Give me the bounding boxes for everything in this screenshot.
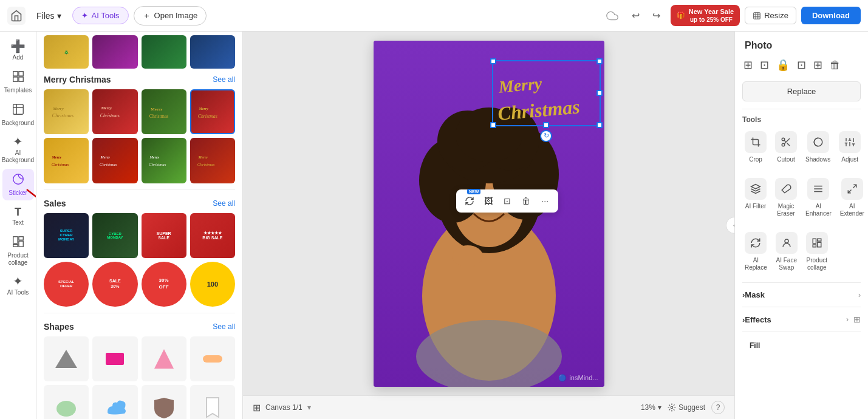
svg-marker-31 [154, 349, 174, 369]
xmas-svg-6: MerryChristmas [99, 149, 131, 172]
delete-tool-icon[interactable]: 🗑 [830, 59, 841, 72]
xmas-sticker-3[interactable]: MerryChristmas [142, 89, 186, 134]
shape-7[interactable] [142, 385, 186, 419]
xmas-sticker-2[interactable]: MerryChristmas [92, 89, 137, 134]
xmas-sticker-1[interactable]: MerryChristmas [44, 89, 89, 134]
shape-5[interactable] [44, 385, 89, 419]
sticker-delete-button[interactable]: 🗑 [518, 192, 535, 210]
shape-4[interactable] [190, 336, 235, 381]
canvas-container[interactable]: ↻ Merry Christmas NEW 🖼 [243, 32, 734, 395]
sticker-preview-1[interactable]: 🎄 [44, 35, 89, 69]
sale-sticker-8[interactable]: 100 [190, 262, 235, 307]
shapes-see-all[interactable]: See all [213, 322, 235, 331]
sale-banner[interactable]: 🎁 New Year Sale up to 25% OFF [671, 5, 740, 26]
ai-enhancer-tool[interactable]: AI Enhancer [803, 174, 834, 221]
lock-tool-icon[interactable]: 🔒 [776, 58, 790, 72]
sticker-image-button[interactable]: 🖼 [480, 192, 497, 210]
ai-extender-tool[interactable]: AI Extender [838, 174, 867, 221]
handle-rm[interactable] [596, 90, 603, 96]
sidebar-item-background[interactable]: Background [2, 99, 34, 131]
effects-expand-icon[interactable]: › [846, 315, 849, 324]
shape-6[interactable] [92, 385, 137, 419]
handle-bm[interactable] [543, 122, 549, 128]
layers-icon[interactable]: ⊞ [253, 402, 261, 414]
sale-sticker-1[interactable]: SUPERCYBERMONDAY [44, 213, 89, 258]
home-logo[interactable] [7, 7, 26, 25]
handle-bl[interactable] [490, 122, 496, 128]
ai-replace-tool[interactable]: AI Replace [742, 228, 770, 275]
sale-sticker-7[interactable]: 30%OFF [142, 262, 186, 307]
sidebar-item-templates[interactable]: Templates [2, 66, 34, 98]
mask-expand-icon[interactable]: › [858, 291, 861, 299]
ai-tools-button[interactable]: ✦ AI Tools [72, 7, 129, 24]
ai-background-icon: ✦ [13, 135, 23, 148]
sale-sticker-2[interactable]: CYBERMONDAY [92, 213, 137, 258]
shape-1[interactable] [44, 336, 89, 381]
rotate-handle[interactable]: ↻ [540, 130, 552, 142]
sidebar-item-text[interactable]: T Text [2, 203, 34, 230]
sidebar-item-sticker[interactable]: Sticker [2, 169, 34, 200]
sale-sticker-6[interactable]: SALE30% [92, 262, 137, 307]
cloud-save-icon[interactable] [603, 6, 622, 26]
magic-eraser-tool[interactable]: Magic Eraser [773, 174, 799, 221]
fill-label: Fill [742, 336, 767, 352]
suggest-button[interactable]: Suggest [668, 403, 705, 412]
shadows-tool[interactable]: Shadows [803, 128, 833, 167]
merry-christmas-see-all[interactable]: See all [213, 75, 235, 84]
sticker-preview-2[interactable] [92, 35, 137, 69]
wand-tool-icon[interactable]: ⊡ [760, 58, 769, 72]
frame-tool-icon[interactable]: ⊡ [797, 58, 806, 72]
xmas-sticker-6[interactable]: MerryChristmas [92, 138, 137, 183]
adjust-tool[interactable]: Adjust [836, 128, 863, 167]
crop-label: Crop [749, 156, 762, 163]
replace-button[interactable]: Replace [742, 81, 861, 101]
effects-settings-icon[interactable]: ⊞ [853, 315, 861, 324]
sticker-preview-4[interactable] [190, 35, 235, 69]
redo-button[interactable]: ↪ [648, 7, 666, 25]
xmas-sticker-5[interactable]: MerryChristmas [44, 138, 89, 183]
xmas-sticker-8[interactable]: MerryChristmas [190, 138, 235, 183]
crop-tool[interactable]: Crop [742, 128, 769, 167]
resize-button[interactable]: Resize [745, 7, 796, 24]
cutout-tool[interactable]: Cutout [773, 128, 799, 167]
sales-see-all[interactable]: See all [213, 199, 235, 208]
layers-tool-icon[interactable]: ⊞ [743, 58, 753, 72]
canvas-area: ‹ [243, 32, 734, 419]
help-button[interactable]: ? [711, 401, 725, 414]
open-image-button[interactable]: ＋ Open Image [134, 6, 207, 26]
undo-button[interactable]: ↩ [627, 7, 645, 25]
sale-sticker-5[interactable]: SPECIALOFFER [44, 262, 89, 307]
handle-tr[interactable] [596, 58, 603, 64]
shape-3[interactable] [142, 336, 186, 381]
sticker-copy-button[interactable]: ⊡ [499, 192, 516, 210]
ai-face-swap-tool[interactable]: AI Face Swap [773, 228, 800, 275]
sidebar-item-ai-background[interactable]: ✦ AI Background [2, 132, 34, 168]
sale-sticker-3[interactable]: SUPERSALE [142, 213, 186, 258]
svg-text:Christmas: Christmas [52, 162, 69, 166]
sticker-replace-button[interactable] [461, 192, 478, 210]
xmas-sticker-4[interactable]: MerryChristmas [190, 89, 235, 134]
selected-sticker-container[interactable]: ↻ Merry Christmas [493, 61, 600, 125]
sidebar-item-product-collage[interactable]: Product collage [2, 231, 34, 270]
download-button[interactable]: Download [801, 7, 861, 24]
ai-filter-tool[interactable]: AI Filter [742, 174, 769, 221]
shape-8[interactable] [190, 385, 235, 419]
sale-sticker-4[interactable]: ★★★★★BIG SALE [190, 213, 235, 258]
canvas-chevron-icon[interactable]: ▾ [307, 403, 311, 412]
xmas-sticker-7[interactable]: MerryChristmas [142, 138, 186, 183]
sidebar-item-ai-tools[interactable]: ✦ AI Tools [2, 271, 34, 300]
duplicate-tool-icon[interactable]: ⊞ [813, 58, 822, 72]
right-tools-grid-2: AI Filter Magic Eraser AI Enhancer AI Ex… [735, 172, 868, 226]
product-collage-tool[interactable]: Product collage [804, 228, 830, 275]
sale-sticker-3-text: SUPERSALE [157, 231, 171, 240]
sticker-preview-3[interactable] [142, 35, 186, 69]
zoom-chevron-icon[interactable]: ▾ [658, 403, 661, 412]
sticker-more-button[interactable]: ··· [536, 192, 553, 210]
ai-replace-label: AI Replace [745, 257, 767, 271]
files-menu[interactable]: Files ▾ [30, 7, 67, 24]
handle-br[interactable] [596, 122, 603, 128]
sidebar-item-add[interactable]: ➕ Add [2, 36, 34, 65]
shape-2[interactable] [92, 336, 137, 381]
canvas-image[interactable]: ↻ Merry Christmas NEW 🖼 [374, 41, 604, 387]
handle-tl[interactable] [490, 58, 496, 64]
